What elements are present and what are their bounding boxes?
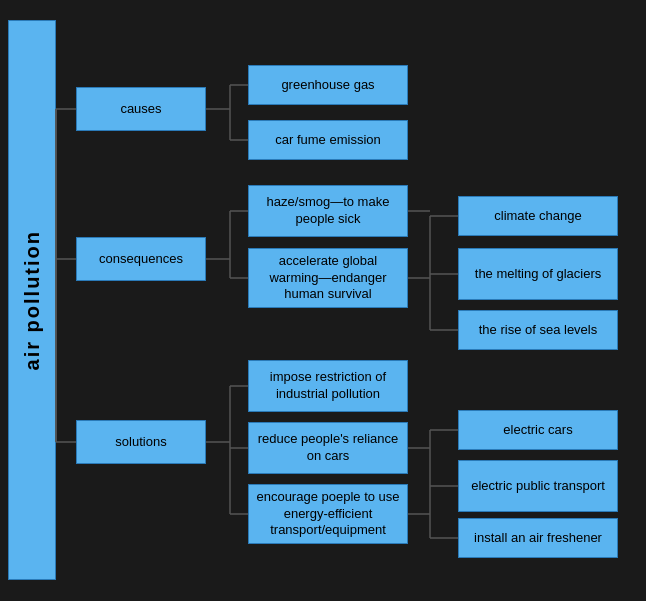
encourage-node: encourage poeple to use energy-efficient…	[248, 484, 408, 544]
climate-change-node: climate change	[458, 196, 618, 236]
greenhouse-gas-node: greenhouse gas	[248, 65, 408, 105]
electric-public-node: electric public transport	[458, 460, 618, 512]
mind-map-diagram: air pollution	[0, 0, 646, 601]
solutions-label: solutions	[115, 434, 166, 451]
root-label: air pollution	[19, 230, 45, 370]
car-fume-node: car fume emission	[248, 120, 408, 160]
consequences-label: consequences	[99, 251, 183, 268]
solutions-node: solutions	[76, 420, 206, 464]
accelerate-node: accelerate global warming—endanger human…	[248, 248, 408, 308]
consequences-node: consequences	[76, 237, 206, 281]
impose-restriction-node: impose restriction of industrial polluti…	[248, 360, 408, 412]
causes-label: causes	[120, 101, 161, 118]
causes-node: causes	[76, 87, 206, 131]
root-node: air pollution	[8, 20, 56, 580]
rise-sea-levels-node: the rise of sea levels	[458, 310, 618, 350]
reduce-reliance-node: reduce people's reliance on cars	[248, 422, 408, 474]
electric-cars-node: electric cars	[458, 410, 618, 450]
haze-smog-node: haze/smog—to make people sick	[248, 185, 408, 237]
melting-glaciers-node: the melting of glaciers	[458, 248, 618, 300]
air-freshener-node: install an air freshener	[458, 518, 618, 558]
